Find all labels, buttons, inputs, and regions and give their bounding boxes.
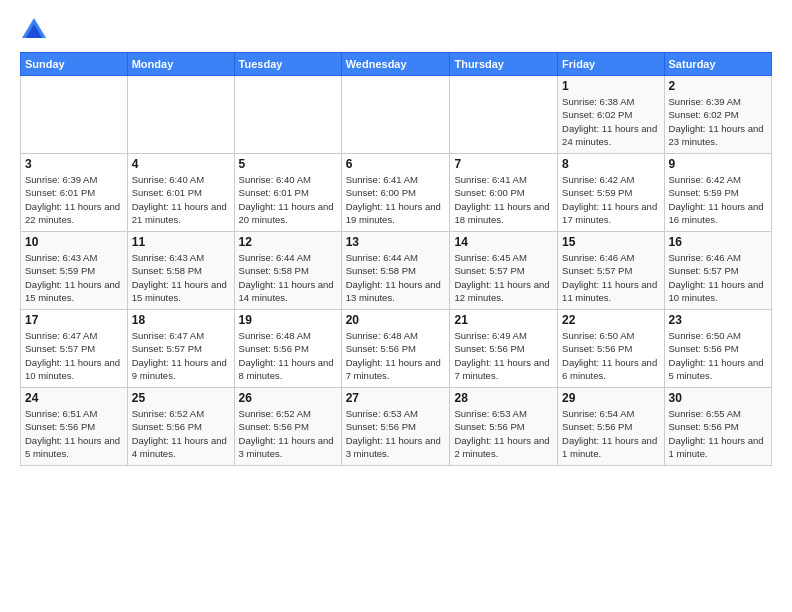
- day-number: 22: [562, 313, 659, 327]
- day-number: 9: [669, 157, 767, 171]
- day-number: 14: [454, 235, 553, 249]
- day-number: 30: [669, 391, 767, 405]
- calendar-cell: 3Sunrise: 6:39 AMSunset: 6:01 PMDaylight…: [21, 154, 128, 232]
- calendar-cell: [127, 76, 234, 154]
- day-info: Sunrise: 6:44 AMSunset: 5:58 PMDaylight:…: [239, 251, 337, 304]
- calendar-week-3: 10Sunrise: 6:43 AMSunset: 5:59 PMDayligh…: [21, 232, 772, 310]
- day-info: Sunrise: 6:41 AMSunset: 6:00 PMDaylight:…: [346, 173, 446, 226]
- calendar-cell: 9Sunrise: 6:42 AMSunset: 5:59 PMDaylight…: [664, 154, 771, 232]
- calendar-cell: 11Sunrise: 6:43 AMSunset: 5:58 PMDayligh…: [127, 232, 234, 310]
- day-number: 17: [25, 313, 123, 327]
- logo-icon: [20, 16, 48, 44]
- header-tuesday: Tuesday: [234, 53, 341, 76]
- calendar-cell: 30Sunrise: 6:55 AMSunset: 5:56 PMDayligh…: [664, 388, 771, 466]
- header-saturday: Saturday: [664, 53, 771, 76]
- day-number: 10: [25, 235, 123, 249]
- day-number: 29: [562, 391, 659, 405]
- calendar-cell: 4Sunrise: 6:40 AMSunset: 6:01 PMDaylight…: [127, 154, 234, 232]
- logo: [20, 16, 52, 44]
- day-number: 19: [239, 313, 337, 327]
- day-info: Sunrise: 6:50 AMSunset: 5:56 PMDaylight:…: [562, 329, 659, 382]
- calendar-week-4: 17Sunrise: 6:47 AMSunset: 5:57 PMDayligh…: [21, 310, 772, 388]
- calendar-cell: 2Sunrise: 6:39 AMSunset: 6:02 PMDaylight…: [664, 76, 771, 154]
- day-number: 18: [132, 313, 230, 327]
- day-info: Sunrise: 6:40 AMSunset: 6:01 PMDaylight:…: [239, 173, 337, 226]
- day-info: Sunrise: 6:49 AMSunset: 5:56 PMDaylight:…: [454, 329, 553, 382]
- calendar-cell: 1Sunrise: 6:38 AMSunset: 6:02 PMDaylight…: [558, 76, 664, 154]
- calendar-week-1: 1Sunrise: 6:38 AMSunset: 6:02 PMDaylight…: [21, 76, 772, 154]
- day-number: 8: [562, 157, 659, 171]
- calendar-cell: 18Sunrise: 6:47 AMSunset: 5:57 PMDayligh…: [127, 310, 234, 388]
- day-info: Sunrise: 6:50 AMSunset: 5:56 PMDaylight:…: [669, 329, 767, 382]
- calendar-cell: 5Sunrise: 6:40 AMSunset: 6:01 PMDaylight…: [234, 154, 341, 232]
- calendar-cell: [21, 76, 128, 154]
- calendar-body: 1Sunrise: 6:38 AMSunset: 6:02 PMDaylight…: [21, 76, 772, 466]
- day-number: 28: [454, 391, 553, 405]
- calendar-cell: 7Sunrise: 6:41 AMSunset: 6:00 PMDaylight…: [450, 154, 558, 232]
- day-info: Sunrise: 6:54 AMSunset: 5:56 PMDaylight:…: [562, 407, 659, 460]
- day-number: 20: [346, 313, 446, 327]
- header-friday: Friday: [558, 53, 664, 76]
- day-number: 26: [239, 391, 337, 405]
- day-number: 3: [25, 157, 123, 171]
- calendar-cell: 13Sunrise: 6:44 AMSunset: 5:58 PMDayligh…: [341, 232, 450, 310]
- calendar-cell: 14Sunrise: 6:45 AMSunset: 5:57 PMDayligh…: [450, 232, 558, 310]
- day-info: Sunrise: 6:51 AMSunset: 5:56 PMDaylight:…: [25, 407, 123, 460]
- day-number: 13: [346, 235, 446, 249]
- calendar-header: Sunday Monday Tuesday Wednesday Thursday…: [21, 53, 772, 76]
- day-number: 12: [239, 235, 337, 249]
- header-row: Sunday Monday Tuesday Wednesday Thursday…: [21, 53, 772, 76]
- day-info: Sunrise: 6:42 AMSunset: 5:59 PMDaylight:…: [562, 173, 659, 226]
- calendar-cell: [341, 76, 450, 154]
- day-info: Sunrise: 6:45 AMSunset: 5:57 PMDaylight:…: [454, 251, 553, 304]
- calendar-cell: 16Sunrise: 6:46 AMSunset: 5:57 PMDayligh…: [664, 232, 771, 310]
- day-info: Sunrise: 6:38 AMSunset: 6:02 PMDaylight:…: [562, 95, 659, 148]
- calendar-cell: [450, 76, 558, 154]
- header-sunday: Sunday: [21, 53, 128, 76]
- calendar-cell: [234, 76, 341, 154]
- calendar-cell: 27Sunrise: 6:53 AMSunset: 5:56 PMDayligh…: [341, 388, 450, 466]
- day-number: 5: [239, 157, 337, 171]
- day-info: Sunrise: 6:42 AMSunset: 5:59 PMDaylight:…: [669, 173, 767, 226]
- calendar-cell: 25Sunrise: 6:52 AMSunset: 5:56 PMDayligh…: [127, 388, 234, 466]
- calendar-cell: 26Sunrise: 6:52 AMSunset: 5:56 PMDayligh…: [234, 388, 341, 466]
- day-number: 7: [454, 157, 553, 171]
- day-info: Sunrise: 6:55 AMSunset: 5:56 PMDaylight:…: [669, 407, 767, 460]
- day-info: Sunrise: 6:47 AMSunset: 5:57 PMDaylight:…: [132, 329, 230, 382]
- day-number: 4: [132, 157, 230, 171]
- day-number: 6: [346, 157, 446, 171]
- day-info: Sunrise: 6:43 AMSunset: 5:58 PMDaylight:…: [132, 251, 230, 304]
- day-info: Sunrise: 6:39 AMSunset: 6:02 PMDaylight:…: [669, 95, 767, 148]
- day-info: Sunrise: 6:53 AMSunset: 5:56 PMDaylight:…: [346, 407, 446, 460]
- day-info: Sunrise: 6:44 AMSunset: 5:58 PMDaylight:…: [346, 251, 446, 304]
- calendar-cell: 24Sunrise: 6:51 AMSunset: 5:56 PMDayligh…: [21, 388, 128, 466]
- calendar-cell: 19Sunrise: 6:48 AMSunset: 5:56 PMDayligh…: [234, 310, 341, 388]
- calendar-cell: 6Sunrise: 6:41 AMSunset: 6:00 PMDaylight…: [341, 154, 450, 232]
- calendar-week-5: 24Sunrise: 6:51 AMSunset: 5:56 PMDayligh…: [21, 388, 772, 466]
- day-info: Sunrise: 6:48 AMSunset: 5:56 PMDaylight:…: [239, 329, 337, 382]
- calendar-cell: 28Sunrise: 6:53 AMSunset: 5:56 PMDayligh…: [450, 388, 558, 466]
- calendar-cell: 12Sunrise: 6:44 AMSunset: 5:58 PMDayligh…: [234, 232, 341, 310]
- day-number: 1: [562, 79, 659, 93]
- page: Sunday Monday Tuesday Wednesday Thursday…: [0, 0, 792, 612]
- calendar-table: Sunday Monday Tuesday Wednesday Thursday…: [20, 52, 772, 466]
- day-info: Sunrise: 6:48 AMSunset: 5:56 PMDaylight:…: [346, 329, 446, 382]
- calendar-cell: 22Sunrise: 6:50 AMSunset: 5:56 PMDayligh…: [558, 310, 664, 388]
- day-info: Sunrise: 6:47 AMSunset: 5:57 PMDaylight:…: [25, 329, 123, 382]
- day-number: 25: [132, 391, 230, 405]
- day-number: 11: [132, 235, 230, 249]
- day-info: Sunrise: 6:53 AMSunset: 5:56 PMDaylight:…: [454, 407, 553, 460]
- calendar-cell: 10Sunrise: 6:43 AMSunset: 5:59 PMDayligh…: [21, 232, 128, 310]
- day-info: Sunrise: 6:46 AMSunset: 5:57 PMDaylight:…: [562, 251, 659, 304]
- calendar-week-2: 3Sunrise: 6:39 AMSunset: 6:01 PMDaylight…: [21, 154, 772, 232]
- day-number: 23: [669, 313, 767, 327]
- day-number: 24: [25, 391, 123, 405]
- calendar-cell: 8Sunrise: 6:42 AMSunset: 5:59 PMDaylight…: [558, 154, 664, 232]
- header-monday: Monday: [127, 53, 234, 76]
- day-info: Sunrise: 6:43 AMSunset: 5:59 PMDaylight:…: [25, 251, 123, 304]
- header-thursday: Thursday: [450, 53, 558, 76]
- day-info: Sunrise: 6:52 AMSunset: 5:56 PMDaylight:…: [132, 407, 230, 460]
- calendar-cell: 17Sunrise: 6:47 AMSunset: 5:57 PMDayligh…: [21, 310, 128, 388]
- day-number: 15: [562, 235, 659, 249]
- calendar-cell: 21Sunrise: 6:49 AMSunset: 5:56 PMDayligh…: [450, 310, 558, 388]
